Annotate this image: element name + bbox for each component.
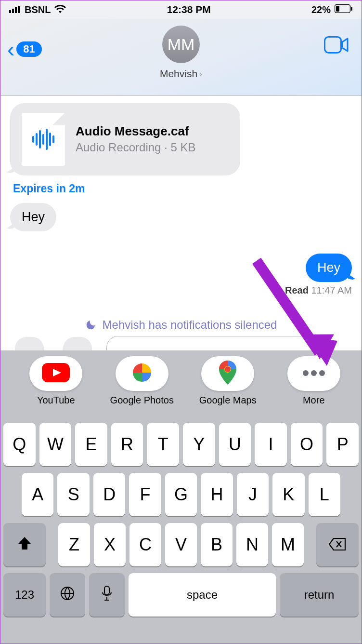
notifications-silenced-banner[interactable]: Mehvish has notifications silenced: [10, 317, 352, 333]
battery-pct-label: 22%: [311, 4, 331, 15]
tray-app-google-photos[interactable]: Google Photos: [99, 356, 185, 406]
incoming-message-text: Hey: [22, 210, 45, 224]
moon-icon: [85, 317, 98, 333]
tray-label: YouTube: [37, 395, 75, 406]
key-b[interactable]: B: [201, 523, 233, 566]
google-photos-icon: [131, 362, 153, 386]
key-o[interactable]: O: [291, 423, 323, 466]
tray-label: More: [303, 395, 325, 406]
shift-key[interactable]: [3, 523, 46, 566]
keyboard: QWERTYUIOP ASDFGHJKL ZXCVBNM 123 space r…: [0, 418, 362, 644]
key-i[interactable]: I: [255, 423, 287, 466]
key-m[interactable]: M: [272, 523, 304, 566]
key-z[interactable]: Z: [58, 523, 90, 566]
key-e[interactable]: E: [75, 423, 107, 466]
svg-point-11: [225, 366, 231, 372]
chevron-right-icon: ›: [199, 69, 202, 79]
svg-rect-5: [336, 6, 339, 12]
outgoing-message-bubble[interactable]: Hey: [306, 254, 352, 282]
key-y[interactable]: Y: [183, 423, 215, 466]
svg-rect-16: [104, 586, 109, 595]
svg-point-12: [303, 370, 309, 376]
audio-filename: Audio Message.caf: [76, 124, 229, 139]
outgoing-message-text: Hey: [317, 260, 340, 275]
conversation-thread[interactable]: Audio Message.caf Audio Recording · 5 KB…: [0, 96, 362, 349]
tray-app-youtube[interactable]: YouTube: [13, 356, 99, 406]
key-d[interactable]: D: [93, 473, 125, 516]
globe-icon: [60, 586, 75, 604]
ellipsis-icon: [302, 369, 326, 378]
carrier-label: BSNL: [25, 4, 51, 15]
svg-rect-3: [18, 6, 20, 13]
key-q[interactable]: Q: [3, 423, 36, 466]
key-w[interactable]: W: [39, 423, 72, 466]
svg-point-13: [311, 370, 317, 376]
key-x[interactable]: X: [94, 523, 126, 566]
keyboard-row-4: 123 space return: [3, 573, 359, 617]
dictation-key[interactable]: [89, 573, 125, 617]
battery-icon: [335, 4, 353, 15]
key-n[interactable]: N: [236, 523, 268, 566]
key-a[interactable]: A: [22, 473, 53, 516]
tray-label: Google Maps: [199, 395, 257, 406]
wifi-icon: [54, 4, 66, 15]
key-j[interactable]: J: [237, 473, 269, 516]
svg-point-14: [319, 370, 325, 376]
google-maps-icon: [219, 361, 236, 387]
backspace-icon: [329, 535, 346, 555]
space-key[interactable]: space: [129, 573, 276, 617]
key-u[interactable]: U: [219, 423, 251, 466]
return-key[interactable]: return: [280, 573, 359, 617]
facetime-button[interactable]: [324, 36, 349, 55]
contact-info[interactable]: MM Mehvish ›: [0, 26, 362, 80]
imessage-app-tray[interactable]: YouTube Google Photos Google Maps More: [0, 350, 362, 418]
audio-subtitle: Audio Recording · 5 KB: [76, 140, 229, 155]
audio-message-bubble[interactable]: Audio Message.caf Audio Recording · 5 KB: [10, 103, 240, 175]
svg-rect-0: [9, 10, 11, 13]
key-l[interactable]: L: [309, 473, 340, 516]
status-bar: BSNL 12:38 PM 22%: [0, 0, 362, 19]
tray-label: Google Photos: [110, 395, 174, 406]
contact-name-label: Mehvish: [160, 68, 197, 80]
keyboard-row-2: ASDFGHJKL: [3, 473, 359, 516]
microphone-icon: [102, 586, 112, 604]
audio-file-icon: [22, 113, 65, 166]
cellular-icon: [9, 4, 21, 15]
youtube-icon: [42, 363, 70, 384]
svg-rect-1: [12, 9, 14, 13]
key-v[interactable]: V: [165, 523, 197, 566]
svg-rect-2: [15, 7, 17, 13]
silenced-text: Mehvish has notifications silenced: [103, 318, 277, 332]
numbers-key[interactable]: 123: [3, 573, 46, 617]
key-k[interactable]: K: [272, 473, 304, 516]
globe-key[interactable]: [50, 573, 85, 617]
svg-rect-6: [351, 7, 352, 11]
key-t[interactable]: T: [147, 423, 179, 466]
expires-label: Expires in 2m: [13, 182, 352, 195]
conversation-header: ‹ 81 MM Mehvish ›: [0, 19, 362, 96]
key-c[interactable]: C: [129, 523, 161, 566]
keyboard-row-3: ZXCVBNM: [3, 523, 359, 566]
avatar: MM: [162, 26, 200, 63]
incoming-message-bubble[interactable]: Hey: [10, 203, 56, 231]
key-g[interactable]: G: [165, 473, 197, 516]
delete-key[interactable]: [316, 523, 359, 566]
key-f[interactable]: F: [129, 473, 161, 516]
tray-app-more[interactable]: More: [271, 356, 357, 406]
tray-app-google-maps[interactable]: Google Maps: [185, 356, 271, 406]
shift-icon: [17, 535, 32, 555]
key-p[interactable]: P: [326, 423, 359, 466]
key-h[interactable]: H: [201, 473, 233, 516]
key-r[interactable]: R: [111, 423, 143, 466]
svg-rect-7: [325, 37, 341, 53]
keyboard-row-1: QWERTYUIOP: [3, 423, 359, 466]
clock-label: 12:38 PM: [167, 4, 211, 15]
read-receipt: Read 11:47 AM: [10, 285, 352, 296]
key-s[interactable]: S: [57, 473, 89, 516]
message-input-peek[interactable]: [106, 336, 333, 350]
